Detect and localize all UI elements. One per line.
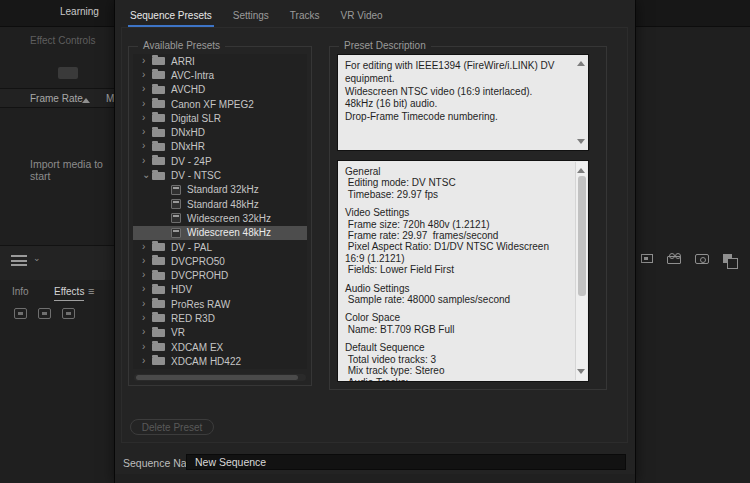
folder-icon — [152, 57, 165, 65]
preset-tree-label: ProRes RAW — [171, 299, 230, 310]
dialog-tab[interactable]: Settings — [231, 10, 271, 27]
chevron-right-icon[interactable] — [142, 298, 152, 309]
chevron-right-icon[interactable] — [142, 98, 152, 109]
chevron-right-icon[interactable] — [142, 312, 152, 323]
summary-line: For editing with IEEE1394 (FireWire/i.LI… — [345, 60, 570, 86]
vertical-scrollbar[interactable] — [575, 162, 587, 380]
film-camera-icon[interactable] — [667, 256, 681, 264]
details-line — [345, 305, 568, 312]
preset-tree-row[interactable]: HDV — [133, 283, 307, 297]
preset-file-icon — [171, 199, 181, 209]
preset-tree-row[interactable]: Standard 48kHz — [133, 197, 307, 211]
scroll-up-icon[interactable] — [577, 168, 585, 173]
details-line: Audio Tracks: — [345, 377, 568, 383]
folder-icon — [152, 143, 165, 151]
preset-tree-label: Widescreen 48kHz — [187, 227, 271, 238]
right-background-panel — [635, 27, 750, 483]
preset-tree-label: ARRI — [171, 56, 195, 67]
chevron-right-icon[interactable] — [142, 241, 152, 252]
preset-tree-row[interactable]: Standard 32kHz — [133, 183, 307, 197]
preset-tree-row[interactable]: XDCAM EX — [133, 340, 307, 354]
dialog-bottom-strip — [115, 474, 635, 483]
dialog-tab[interactable]: Sequence Presets — [128, 10, 214, 27]
folder-icon — [152, 329, 165, 337]
scroll-up-icon[interactable] — [577, 61, 585, 66]
chevron-right-icon[interactable] — [142, 283, 152, 294]
details-line: Name: BT.709 RGB Full — [345, 324, 568, 335]
chevron-right-icon[interactable] — [142, 126, 152, 137]
preset-tree-row[interactable]: DNxHR — [133, 140, 307, 154]
preset-tree-label: Canon XF MPEG2 — [171, 99, 254, 110]
bin-icon[interactable] — [14, 308, 27, 319]
available-presets-group: Available Presets ARRI AVC-Intra AVC — [128, 46, 312, 386]
preset-tree-row[interactable]: Digital SLR — [133, 111, 307, 125]
project-panel-footer: ⌄ — [0, 245, 115, 280]
chevron-down-icon[interactable]: ⌄ — [33, 253, 41, 263]
chevron-right-icon[interactable] — [142, 341, 152, 352]
details-line: Sample rate: 48000 samples/second — [345, 294, 568, 305]
scrollbar-thumb[interactable] — [578, 176, 586, 296]
details-line — [345, 200, 568, 207]
folder-icon — [152, 314, 165, 322]
chevron-right-icon[interactable] — [142, 255, 152, 266]
comparison-view-icon[interactable] — [723, 254, 732, 263]
preset-tree-row[interactable]: Widescreen 32kHz — [133, 211, 307, 225]
chevron-right-icon[interactable] — [142, 55, 152, 66]
horizontal-scrollbar[interactable] — [134, 374, 306, 381]
preset-tree-row[interactable]: DNxHD — [133, 125, 307, 139]
chevron-right-icon[interactable] — [142, 140, 152, 151]
lift-icon[interactable] — [641, 254, 653, 263]
scrollbar-thumb[interactable] — [136, 375, 298, 380]
sequence-name-input[interactable] — [186, 454, 626, 470]
preset-tree-row[interactable]: AVCHD — [133, 83, 307, 97]
tab-effects[interactable]: Effects — [54, 286, 84, 301]
export-frame-icon[interactable] — [695, 254, 709, 264]
chevron-right-icon[interactable] — [142, 355, 152, 366]
scroll-down-icon[interactable] — [577, 139, 585, 144]
dialog-tab[interactable]: Tracks — [288, 10, 322, 27]
preset-tree-row[interactable]: XDCAM HD422 — [133, 354, 307, 368]
preset-tree-row[interactable]: DV - 24P — [133, 154, 307, 168]
chevron-right-icon[interactable] — [142, 83, 152, 94]
preset-tree-row[interactable]: VR — [133, 326, 307, 340]
preset-tree-row[interactable]: DV - PAL — [133, 240, 307, 254]
project-column-header-row: Frame Rate M — [0, 88, 115, 108]
preset-tree-row[interactable]: Widescreen 48kHz — [133, 226, 307, 240]
tab-effect-controls[interactable]: Effect Controls — [30, 35, 95, 46]
workspace-tab-learning[interactable]: Learning — [60, 6, 99, 17]
list-view-icon[interactable] — [11, 255, 27, 266]
dialog-tab[interactable]: VR Video — [339, 10, 385, 27]
chevron-right-icon[interactable] — [142, 326, 152, 337]
tab-info[interactable]: Info — [12, 286, 29, 297]
preset-tree-row[interactable]: ProRes RAW — [133, 297, 307, 311]
details-line: Total video tracks: 3 — [345, 354, 568, 365]
preset-tree-label: Digital SLR — [171, 113, 221, 124]
preset-tree-row[interactable]: RED R3D — [133, 311, 307, 325]
preset-tree-row[interactable]: DV - NTSC — [133, 168, 307, 182]
preset-tree-label: DVCPROHD — [171, 270, 228, 281]
preset-tree-row[interactable]: DVCPRO50 — [133, 254, 307, 268]
chevron-right-icon[interactable] — [142, 155, 152, 166]
preset-tree-row[interactable]: AVC-Intra — [133, 68, 307, 82]
preset-tree-row[interactable]: Canon XF MPEG2 — [133, 97, 307, 111]
scroll-down-icon[interactable] — [577, 369, 585, 374]
chevron-right-icon[interactable] — [142, 269, 152, 280]
bin-icon[interactable] — [62, 308, 75, 319]
import-media-hint: Import media to start — [30, 158, 115, 182]
panel-thumbnail-icon — [58, 67, 78, 79]
chevron-right-icon[interactable] — [142, 169, 152, 180]
chevron-right-icon[interactable] — [142, 69, 152, 80]
new-sequence-dialog: Sequence PresetsSettingsTracksVR Video A… — [115, 0, 635, 483]
panel-menu-icon[interactable]: ≡ — [88, 285, 94, 297]
preset-file-icon — [171, 185, 181, 195]
preset-tree-label: DV - PAL — [171, 242, 212, 253]
delete-preset-button[interactable]: Delete Preset — [130, 419, 214, 435]
chevron-right-icon[interactable] — [142, 112, 152, 123]
preset-tree[interactable]: ARRI AVC-Intra AVCHD Canon XF MPEG2 — [133, 54, 307, 369]
preset-tree-row[interactable]: DVCPROHD — [133, 268, 307, 282]
preset-tree-label: HDV — [171, 284, 192, 295]
column-header-frame-rate[interactable]: Frame Rate — [30, 93, 83, 104]
folder-icon — [152, 172, 165, 180]
preset-tree-row[interactable]: ARRI — [133, 54, 307, 68]
bin-icon[interactable] — [38, 308, 51, 319]
